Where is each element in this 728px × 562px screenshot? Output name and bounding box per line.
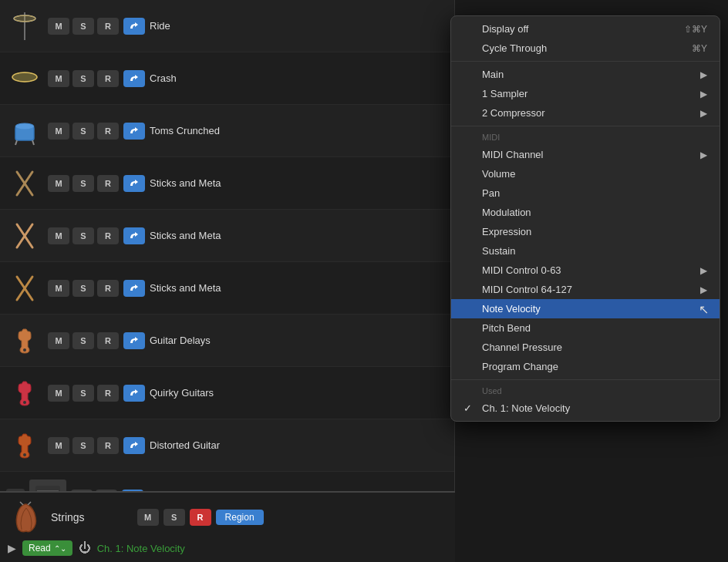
route-button[interactable] <box>123 332 145 349</box>
submenu-arrow-icon: ▶ <box>700 69 707 80</box>
menu-item-display-off[interactable]: Display off ⇧⌘Y <box>451 19 720 39</box>
route-button[interactable] <box>123 175 145 192</box>
track-controls-sticks2: M S R <box>48 227 119 244</box>
menu-label: 1 Sampler <box>482 88 527 99</box>
track-controls-distorted-guitar: M S R <box>48 437 119 454</box>
mute-button[interactable]: M <box>48 385 69 402</box>
menu-item-main[interactable]: Main ▶ <box>451 65 720 84</box>
menu-label: Expression <box>482 226 531 237</box>
solo-button[interactable]: S <box>72 332 94 349</box>
menu-item-midi-channel[interactable]: MIDI Channel ▶ <box>451 145 720 164</box>
menu-item-compressor[interactable]: 2 Compressor ▶ <box>451 103 720 123</box>
menu-label: Modulation <box>482 207 531 218</box>
menu-label: Display off <box>482 23 528 35</box>
route-button[interactable] <box>123 280 145 297</box>
track-row: M S R Sticks and Meta <box>0 262 454 315</box>
mute-button[interactable]: M <box>48 175 69 192</box>
solo-button[interactable]: S <box>72 385 94 402</box>
solo-button[interactable]: S <box>72 123 94 140</box>
menu-label: Sustain <box>482 245 515 257</box>
menu-item-volume[interactable]: Volume <box>451 164 720 183</box>
strings-solo-button[interactable]: S <box>163 509 185 526</box>
menu-item-channel-pressure[interactable]: Channel Pressure <box>451 338 720 357</box>
route-button[interactable] <box>123 227 145 244</box>
menu-item-pan[interactable]: Pan <box>451 183 720 203</box>
menu-item-program-change[interactable]: Program Change <box>451 357 720 376</box>
track-icon-ride <box>6 8 43 45</box>
menu-item-sampler[interactable]: 1 Sampler ▶ <box>451 84 720 103</box>
mute-button[interactable]: M <box>48 70 69 87</box>
menu-item-note-velocity[interactable]: Note Velocity ↖ <box>451 299 720 318</box>
record-button[interactable]: R <box>97 18 119 35</box>
strings-header: Strings M S R Region <box>8 499 447 536</box>
menu-label: Volume <box>482 168 515 180</box>
strings-power-button[interactable]: ⏻ <box>79 541 91 555</box>
record-button[interactable]: R <box>97 175 119 192</box>
menu-item-pitch-bend[interactable]: Pitch Bend <box>451 318 720 338</box>
solo-button[interactable]: S <box>72 280 94 297</box>
track-name-crash: Crash <box>150 72 448 84</box>
record-button[interactable]: R <box>97 123 119 140</box>
strings-read-dropdown[interactable]: Read ⌃⌄ <box>22 540 72 556</box>
record-button[interactable]: R <box>97 332 119 349</box>
track-controls-toms: M S R <box>48 123 119 140</box>
submenu-arrow-icon: ▶ <box>700 89 707 99</box>
record-button[interactable]: R <box>97 280 119 297</box>
svg-line-23 <box>28 502 31 505</box>
record-button[interactable]: R <box>97 227 119 244</box>
mute-button[interactable]: M <box>48 123 69 140</box>
mute-button[interactable]: M <box>48 437 69 454</box>
track-icon-sticks3 <box>6 270 43 307</box>
strings-mute-button[interactable]: M <box>137 509 159 526</box>
track-controls-guitar-delays: M S R <box>48 332 119 349</box>
solo-button[interactable]: S <box>72 437 94 454</box>
route-button[interactable] <box>123 437 145 454</box>
section-label: Used <box>482 386 502 395</box>
menu-label: Program Change <box>482 361 558 372</box>
track-icon-sticks1 <box>6 165 43 202</box>
route-button[interactable] <box>123 123 145 140</box>
mute-button[interactable]: M <box>48 332 69 349</box>
mute-button[interactable]: M <box>48 18 69 35</box>
solo-button[interactable]: S <box>72 18 94 35</box>
route-button[interactable] <box>123 18 145 35</box>
route-button[interactable] <box>123 70 145 87</box>
track-controls-crash: M S R <box>48 70 119 87</box>
strings-record-button[interactable]: R <box>190 509 211 526</box>
solo-button[interactable]: S <box>72 175 94 192</box>
menu-separator <box>451 61 720 62</box>
svg-point-17 <box>23 453 26 456</box>
track-name-toms: Toms Crunched <box>150 125 448 136</box>
mute-button[interactable]: M <box>48 280 69 297</box>
record-button[interactable]: R <box>97 70 119 87</box>
menu-item-sustain[interactable]: Sustain <box>451 241 720 261</box>
solo-button[interactable]: S <box>72 70 94 87</box>
track-row: M S R Quirky Guitars <box>0 367 454 419</box>
track-row: M S R Ride <box>0 0 454 52</box>
menu-item-ch1-note-velocity[interactable]: ✓ Ch. 1: Note Velocity <box>451 399 720 418</box>
track-row: M S R Crash <box>0 52 454 105</box>
track-row: M S R Toms Crunched <box>0 105 454 157</box>
route-button[interactable] <box>123 385 145 402</box>
mute-button[interactable]: M <box>48 227 69 244</box>
menu-label: Pitch Bend <box>482 322 531 334</box>
strings-controls: M S R Region <box>137 509 264 526</box>
menu-item-modulation[interactable]: Modulation <box>451 203 720 222</box>
track-icon-sticks2 <box>6 217 43 254</box>
menu-separator <box>451 126 720 126</box>
read-label: Read <box>29 543 51 554</box>
strings-play-button[interactable]: ▶ <box>8 542 16 554</box>
menu-item-midi-control-64-127[interactable]: MIDI Control 64-127 ▶ <box>451 280 720 299</box>
track-controls-sticks1: M S R <box>48 175 119 192</box>
record-button[interactable]: R <box>97 385 119 402</box>
record-button[interactable]: R <box>97 437 119 454</box>
solo-button[interactable]: S <box>72 227 94 244</box>
menu-section-midi: MIDI <box>451 130 720 145</box>
strings-region-button[interactable]: Region <box>216 510 264 525</box>
context-menu: Display off ⇧⌘Y Cycle Through ⌘Y Main ▶ … <box>450 15 720 422</box>
menu-item-cycle-through[interactable]: Cycle Through ⌘Y <box>451 39 720 58</box>
track-list: M S R Ride M S R Crash <box>0 0 455 562</box>
menu-label: MIDI Control 0-63 <box>482 264 561 276</box>
menu-item-midi-control-0-63[interactable]: MIDI Control 0-63 ▶ <box>451 261 720 280</box>
menu-item-expression[interactable]: Expression <box>451 222 720 241</box>
